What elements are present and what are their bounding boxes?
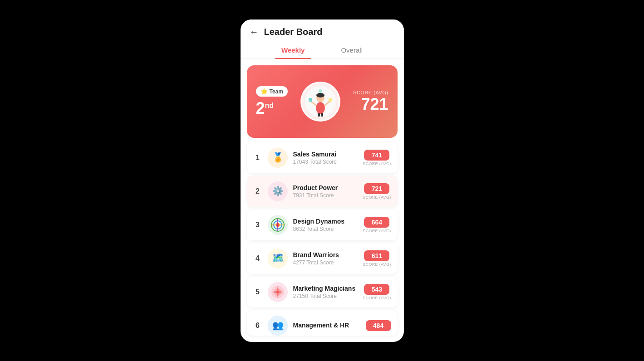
tabs-container: Weekly Overall [241, 42, 404, 59]
item-score-badge: 664 SCORE (AVG) [363, 217, 391, 233]
item-avatar: ⚙️ [268, 181, 288, 201]
score-badge-label: SCORE (AVG) [363, 296, 391, 300]
svg-text:🏅: 🏅 [272, 152, 283, 163]
item-score-badge: 484 [366, 320, 391, 331]
item-score-badge: 611 SCORE (AVG) [363, 250, 391, 267]
item-total-score: 8632 Total Score [293, 226, 363, 232]
item-avatar: 🗺️ [268, 249, 288, 268]
item-avatar [268, 215, 288, 235]
item-name: Sales Samurai [293, 151, 363, 158]
item-info: Brand Warriors 4277 Total Score [293, 251, 363, 266]
header: ← Leader Board [241, 20, 404, 42]
list-item[interactable]: 5 Marketing Magicians 27150 Total Score … [247, 277, 398, 307]
item-rank: 3 [253, 221, 262, 229]
list-item[interactable]: 1 🏅 Sales Samurai 17043 Total Score 741 … [247, 142, 398, 173]
score-badge-number: 721 [364, 183, 389, 194]
score-badge-label: SCORE (AVG) [363, 195, 391, 200]
score-badge-number: 543 [364, 284, 389, 295]
item-rank: 1 [253, 154, 262, 162]
item-name: Marketing Magicians [293, 285, 363, 292]
list-item[interactable]: 4 🗺️ Brand Warriors 4277 Total Score 611… [247, 243, 398, 274]
score-badge-number: 741 [364, 150, 389, 161]
back-button[interactable]: ← [250, 27, 259, 37]
team-badge: ⭐ Team [256, 86, 288, 97]
item-avatar: 🏅 [268, 148, 288, 168]
list-item[interactable]: 3 Design Dynamos 8632 Total Score 664 SC… [247, 210, 398, 240]
item-total-score: 7931 Total Score [293, 192, 363, 199]
item-info: Product Power 7931 Total Score [293, 184, 363, 199]
score-badge-number: 611 [364, 250, 389, 261]
svg-point-8 [319, 89, 322, 93]
item-info: Design Dynamos 8632 Total Score [293, 218, 363, 232]
star-icon: ⭐ [261, 88, 268, 95]
page-title: Leader Board [264, 27, 323, 37]
item-rank: 4 [253, 254, 262, 263]
hero-card: ⭐ Team 2nd [247, 65, 398, 138]
tab-weekly[interactable]: Weekly [263, 42, 323, 59]
list-item[interactable]: 2 ⚙️ Product Power 7931 Total Score 721 … [247, 176, 398, 207]
svg-text:⚙️: ⚙️ [272, 185, 283, 196]
item-info: Sales Samurai 17043 Total Score [293, 151, 363, 165]
svg-point-1 [316, 102, 325, 114]
score-badge-number: 484 [366, 320, 391, 331]
svg-text:🗺️: 🗺️ [271, 252, 284, 264]
item-name: Design Dynamos [293, 218, 363, 225]
item-rank: 2 [253, 187, 262, 195]
svg-rect-10 [321, 113, 323, 117]
item-info: Management & HR [293, 322, 366, 330]
tab-overall[interactable]: Overall [323, 42, 381, 59]
score-badge-label: SCORE (AVG) [363, 161, 391, 166]
svg-rect-9 [318, 113, 320, 117]
item-name: Management & HR [293, 322, 366, 329]
item-rank: 5 [253, 288, 262, 296]
hero-rank: 2nd [256, 100, 274, 117]
item-name: Product Power [293, 184, 363, 191]
leaderboard-list: 1 🏅 Sales Samurai 17043 Total Score 741 … [241, 138, 404, 342]
svg-rect-7 [329, 98, 332, 102]
item-total-score: 17043 Total Score [293, 159, 363, 165]
hero-score-section: SCORE (AVG) 721 [353, 90, 388, 113]
item-name: Brand Warriors [293, 251, 363, 259]
hero-illustration [304, 85, 337, 118]
phone-container: ← Leader Board Weekly Overall ⭐ Team 2nd [241, 20, 404, 342]
item-total-score: 27150 Total Score [293, 293, 363, 299]
hero-score-value: 721 [361, 95, 388, 113]
item-score-badge: 543 SCORE (AVG) [363, 284, 391, 300]
item-total-score: 4277 Total Score [293, 259, 363, 266]
hero-rank-section: ⭐ Team 2nd [256, 86, 288, 117]
svg-text:👥: 👥 [272, 320, 283, 331]
svg-point-3 [316, 93, 324, 98]
item-score-badge: 741 SCORE (AVG) [363, 150, 391, 166]
item-score-badge: 721 SCORE (AVG) [363, 183, 391, 200]
hero-avatar-section [288, 82, 353, 122]
list-item[interactable]: 6 👥 Management & HR 484 [247, 310, 398, 336]
svg-rect-6 [309, 98, 312, 102]
score-badge-label: SCORE (AVG) [363, 229, 391, 233]
item-avatar: 👥 [268, 316, 288, 336]
score-badge-label: SCORE (AVG) [363, 262, 391, 267]
hero-avatar [300, 82, 340, 122]
item-info: Marketing Magicians 27150 Total Score [293, 285, 363, 299]
item-avatar [268, 282, 288, 302]
item-rank: 6 [253, 322, 262, 330]
score-badge-number: 664 [364, 217, 389, 228]
hero-score-label: SCORE (AVG) [353, 90, 388, 95]
